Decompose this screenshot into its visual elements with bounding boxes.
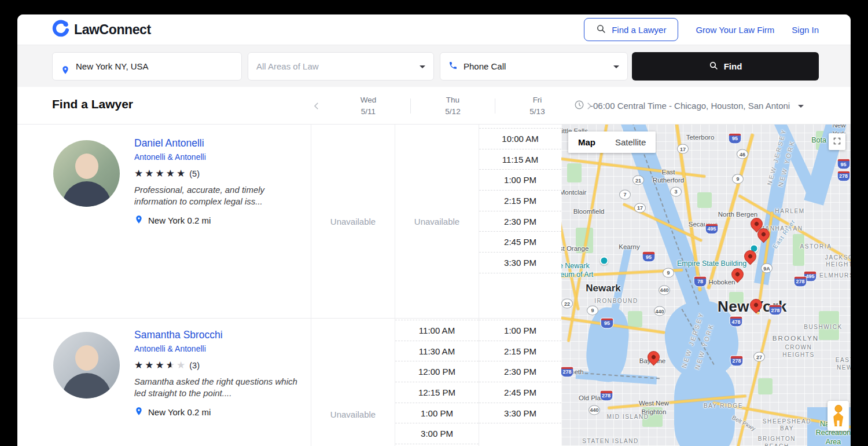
star-icon: ★: [166, 167, 175, 180]
lawyer-card: Samantha Sbrocchi Antonelli & Antonelli …: [134, 329, 305, 418]
road-shield: 95: [729, 133, 742, 144]
rating-count: (3): [189, 361, 200, 370]
road-shield: 3: [670, 187, 682, 196]
map-shape: [567, 163, 582, 182]
search-icon: [596, 24, 606, 35]
areas-of-law-select[interactable]: All Areas of Law: [248, 52, 434, 81]
map-label: CROWN HEIGHTS: [773, 344, 825, 359]
star-icon: ★: [145, 167, 154, 180]
time-slot-list: 1:00 PM2:15 PM2:30 PM2:45 PM3:30 PM: [479, 320, 561, 423]
location-pin-icon: [134, 407, 144, 418]
road-shield: 9: [587, 305, 598, 315]
lawyer-firm-link[interactable]: Antonelli & Antonelli: [134, 152, 206, 162]
lawyer-avatar[interactable]: [53, 140, 120, 207]
time-slot-button[interactable]: 1:00 PM: [395, 403, 479, 424]
availability-fri: 10:00 AM11:15 AM1:00 PM2:15 PM2:30 PM2:4…: [479, 125, 561, 318]
satellite-view-button[interactable]: Satellite: [605, 131, 656, 153]
contact-method-select[interactable]: Phone Call: [440, 52, 628, 81]
road-shield: 278: [561, 366, 574, 377]
lawyer-name-link[interactable]: Samantha Sbrocchi: [134, 329, 223, 341]
location-pin-icon: [61, 65, 70, 75]
map-label: East Orange: [561, 244, 589, 252]
find-button[interactable]: Find: [632, 52, 819, 81]
map-marker-pin[interactable]: [744, 249, 757, 264]
timezone-label: -06:00 Central Time - Chicago, Houston, …: [590, 101, 790, 111]
results-header: Find a Lawyer Wed 5/11 Thu 5/12 Fri 5/13: [17, 87, 851, 125]
star-rating: ★★★★★ (5): [134, 167, 305, 180]
map-shape: [758, 378, 773, 394]
half-star-icon: ★★: [166, 359, 175, 371]
time-slot-button[interactable]: 2:30 PM: [479, 361, 561, 382]
nav-find-a-lawyer-button[interactable]: Find a Lawyer: [584, 18, 678, 41]
pegman-control[interactable]: [827, 401, 849, 431]
nav-sign-in-link[interactable]: Sign In: [792, 25, 819, 35]
map-label: MID ISLAND: [606, 414, 649, 421]
lawyer-avatar[interactable]: [53, 332, 120, 399]
location-value: New York NY, USA: [76, 61, 149, 71]
review-snippet: Professional, accurate, and timely infor…: [134, 184, 299, 208]
time-slot-button[interactable]: 11:00 AM: [395, 320, 479, 341]
map-label: STATEN ISLAND: [582, 437, 639, 445]
top-nav: LawConnect Find a Lawyer Grow Your Law F…: [17, 14, 851, 45]
time-slot-button[interactable]: 3:30 PM: [479, 403, 561, 424]
time-slot-button[interactable]: 3:00 PM: [395, 423, 479, 444]
location-input[interactable]: New York NY, USA: [52, 52, 242, 81]
road-shield: 9: [663, 268, 674, 277]
map-canvas[interactable]: Map Satellite Little FallsTeterboroNew Y…: [561, 125, 851, 446]
road-shield: 478: [730, 316, 743, 327]
road-shield: 9: [732, 174, 744, 184]
time-slot-button[interactable]: 2:15 PM: [479, 341, 561, 362]
road-shield: 95: [642, 251, 656, 262]
review-snippet: Samantha asked the right questions which…: [134, 376, 299, 400]
time-slot-button[interactable]: 1:00 PM: [479, 170, 561, 191]
time-slot-button[interactable]: 11:30 AM: [395, 341, 479, 362]
map-label: BROOKLYN: [773, 334, 819, 342]
nav-grow-your-law-firm-link[interactable]: Grow Your Law Firm: [696, 25, 774, 35]
availability-wed: Unavailable: [311, 319, 395, 446]
star-icon: ★: [176, 359, 186, 371]
map-label: East Rutherford: [653, 167, 684, 184]
map-label: BUSHWICK: [804, 323, 843, 331]
unavailable-label: Unavailable: [311, 319, 395, 446]
map-label: Newark: [586, 282, 620, 294]
time-slot-button[interactable]: 2:30 PM: [479, 211, 561, 232]
phone-icon: [448, 61, 458, 72]
lawyer-firm-link[interactable]: Antonelli & Antonelli: [134, 344, 206, 353]
nav-find-a-lawyer-label: Find a Lawyer: [612, 25, 666, 35]
time-slot-button[interactable]: 2:15 PM: [479, 191, 561, 211]
time-slot-button[interactable]: 1:00 PM: [479, 320, 561, 341]
time-slot-button[interactable]: 10:00 AM: [479, 129, 561, 149]
previous-days-button[interactable]: [307, 96, 326, 116]
map-marker-pin[interactable]: [749, 298, 763, 313]
road-shield: 278: [599, 390, 613, 401]
time-slot-button[interactable]: 2:45 PM: [479, 232, 561, 253]
map-marker-pin[interactable]: [757, 227, 771, 242]
map-view-button[interactable]: Map: [568, 131, 605, 153]
lawyer-list: Daniel Antonelli Antonelli & Antonelli ★…: [17, 125, 561, 446]
time-slot-button[interactable]: 11:15 AM: [479, 149, 561, 170]
time-slot-button[interactable]: 3:30 PM: [479, 253, 561, 273]
map-marker-pin[interactable]: [731, 267, 745, 282]
availability-thu: 11:00 AM11:30 AM12:00 PM12:15 PM1:00 PM3…: [395, 319, 479, 446]
star-rating: ★★★★★★ (3): [134, 359, 305, 371]
day-column-header-wed: Wed 5/11: [326, 94, 410, 117]
lawyer-name-link[interactable]: Daniel Antonelli: [134, 137, 204, 149]
poi-icon[interactable]: [600, 256, 609, 265]
road-shield: 95: [601, 317, 614, 328]
map-marker-pin-body: [729, 265, 746, 283]
time-slot-button[interactable]: 12:15 PM: [395, 382, 479, 403]
results-content: Daniel Antonelli Antonelli & Antonelli ★…: [17, 125, 851, 446]
map-marker-pin[interactable]: [647, 350, 661, 365]
stars: ★★★★★★: [134, 359, 186, 371]
fullscreen-button[interactable]: [829, 133, 845, 150]
map-type-control: Map Satellite: [568, 131, 656, 153]
availability-wed: Unavailable: [311, 125, 395, 318]
areas-of-law-placeholder: All Areas of Law: [256, 61, 319, 71]
time-slot-button[interactable]: 12:00 PM: [395, 361, 479, 382]
lawconnect-logo[interactable]: LawConnect: [52, 20, 151, 39]
timezone-clock-icon: [574, 100, 584, 112]
star-icon: ★: [156, 167, 165, 180]
road-shield: 440: [589, 405, 600, 415]
time-slot-button[interactable]: 2:45 PM: [479, 382, 561, 403]
timezone-selector[interactable]: -06:00 Central Time - Chicago, Houston, …: [574, 87, 804, 125]
